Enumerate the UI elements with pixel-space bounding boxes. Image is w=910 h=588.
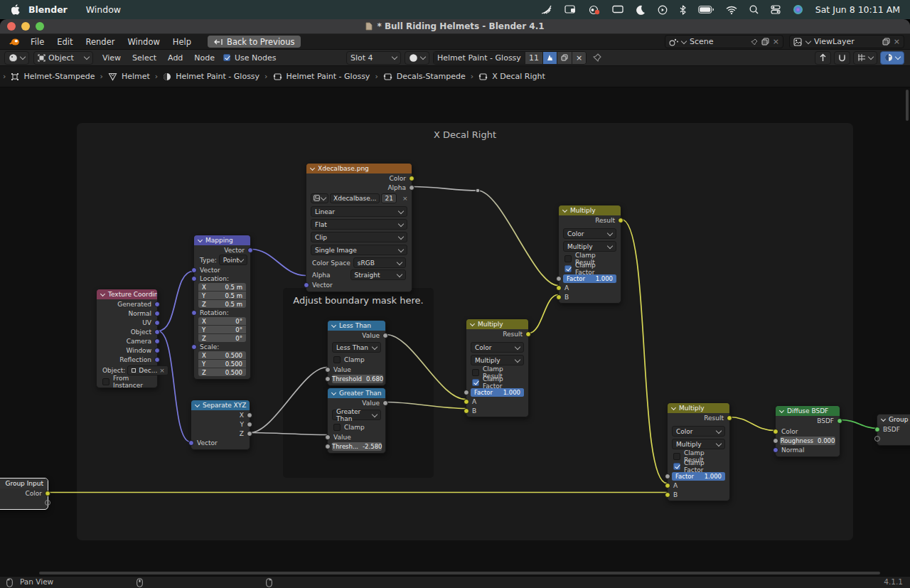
object-picker-field[interactable]: Dec... × [127,365,168,375]
mapping-type-dropdown[interactable]: Point [219,255,247,265]
menu-view[interactable]: View [97,53,127,63]
screen-lock-status-icon[interactable] [564,5,577,14]
minimize-window-button[interactable] [21,22,30,31]
fake-user-toggle[interactable] [543,52,557,64]
interpolation-dropdown[interactable]: Linear [311,206,407,217]
clear-object-button[interactable]: × [159,367,165,374]
rotation-y-field[interactable]: Y0° [198,326,246,333]
menu-window[interactable]: Window [121,37,166,47]
location-y-field[interactable]: Y0.5 m [198,292,246,299]
alpha-mode-dropdown[interactable]: Straight [350,269,406,280]
menu-select[interactable]: Select [127,53,162,63]
play-circle-status-icon[interactable] [658,5,668,15]
socket-alpha-output[interactable] [409,185,414,191]
socket-threshold-input[interactable] [325,376,331,382]
unlink-scene-button[interactable]: × [773,37,779,46]
socket-a-input[interactable] [556,285,562,291]
menu-edit[interactable]: Edit [50,37,79,47]
menu-node[interactable]: Node [188,53,220,63]
clamp-checkbox[interactable] [333,356,341,363]
browse-image-button[interactable] [311,193,328,203]
socket-value-output[interactable] [382,400,388,406]
pin-material-icon[interactable] [593,53,601,62]
socket-camera-output[interactable] [154,338,160,344]
unlink-material-button[interactable]: × [572,52,586,64]
swoosh-status-icon[interactable] [541,5,552,15]
control-center-icon[interactable] [771,5,781,14]
bluetooth-status-icon[interactable] [680,5,686,15]
snap-target-dropdown[interactable] [853,51,877,65]
socket-virtual-output[interactable] [45,500,50,506]
socket-reflection-output[interactable] [154,357,160,363]
socket-vector-input[interactable] [188,440,194,446]
socket-bsdf-output[interactable] [837,418,842,424]
menu-add[interactable]: Add [162,53,188,63]
data-type-dropdown[interactable]: Color [672,426,725,437]
scene-selector[interactable]: Scene × [665,35,783,48]
node-mapping[interactable]: Mapping Vector Type: Point Vector Locati… [193,235,251,380]
node-texture-coordinate[interactable]: Texture Coordinate Generated Normal UV O… [96,289,158,388]
socket-rotation-input[interactable] [191,310,197,316]
app-notification-status-icon[interactable] [589,5,600,15]
rotation-z-field[interactable]: Z0° [198,334,246,342]
socket-roughness-input[interactable] [773,438,778,444]
editor-type-button[interactable] [4,51,29,65]
breadcrumb-material[interactable]: Helmet Paint - Glossy [163,72,259,81]
material-name-field[interactable]: Helmet Paint - Glossy [434,52,525,64]
socket-window-output[interactable] [154,348,160,353]
math-operation-dropdown[interactable]: Less Than [332,342,381,353]
data-type-dropdown[interactable]: Color [563,228,616,239]
breadcrumb-object[interactable]: Helmet-Stampede [11,72,95,81]
scale-z-field[interactable]: Z0.500 [198,368,246,376]
node-header[interactable]: Greater Than [328,388,385,398]
node-separate-xyz[interactable]: Separate XYZ X Y Z Vector [191,400,250,450]
remove-viewlayer-button[interactable]: × [894,37,900,46]
socket-result-output[interactable] [525,331,531,337]
menubar-window-menu[interactable]: Window [86,4,121,15]
material-slot-dropdown[interactable]: Slot 4 [346,51,401,65]
wifi-status-icon[interactable] [726,6,737,14]
menu-help[interactable]: Help [166,37,198,47]
clamp-factor-checkbox[interactable] [472,379,479,386]
extension-dropdown[interactable]: Clip [311,232,407,242]
socket-vector-input[interactable] [191,267,197,273]
scale-x-field[interactable]: X0.500 [198,351,246,359]
node-less-than[interactable]: Less Than Value Less Than Clamp Value Th… [327,320,386,386]
apple-logo-icon[interactable] [11,4,21,15]
socket-location-input[interactable] [191,276,197,282]
socket-z-output[interactable] [247,431,252,437]
socket-b-input[interactable] [464,408,469,414]
socket-color-output[interactable] [45,491,50,496]
socket-virtual-input[interactable] [874,436,880,442]
node-header[interactable]: Multiply [668,403,729,413]
image-users-count[interactable]: 21 [381,193,396,203]
pin-icon[interactable] [751,38,758,46]
browse-material-button[interactable] [405,51,429,65]
image-name-field[interactable]: Xdecalbase... [330,193,380,203]
node-image-texture[interactable]: Xdecalbase.png Color Alpha Xdecalbase...… [306,163,412,292]
node-greater-than[interactable]: Greater Than Value Greater Than Clamp Va… [327,387,386,454]
socket-bsdf-input[interactable] [874,427,880,432]
node-header[interactable]: Group Output [877,415,910,424]
back-to-previous-button[interactable]: Back to Previous [208,36,301,48]
socket-color-output[interactable] [409,176,414,181]
location-x-field[interactable]: X0.5 m [198,283,246,291]
viewlayer-selector[interactable]: ViewLayer × [789,35,904,48]
socket-b-input[interactable] [665,492,670,498]
unlink-image-button[interactable]: × [402,195,408,202]
snapping-magnet-button[interactable] [834,51,850,65]
source-dropdown[interactable]: Single Image [311,245,407,255]
socket-normal-output[interactable] [154,311,160,316]
socket-factor-input[interactable] [464,390,469,395]
node-diffuse-bsdf[interactable]: Diffuse BSDF BSDF Color Roughness0.000 N… [775,405,840,457]
socket-threshold-input[interactable] [325,444,331,449]
socket-scale-input[interactable] [191,344,197,350]
socket-value-input[interactable] [325,367,331,373]
data-type-dropdown[interactable]: Color [471,342,524,353]
node-multiply-color[interactable]: Multiply Result Color Multiply Clamp Res… [667,402,730,501]
clamp-checkbox[interactable] [333,424,341,431]
zoom-window-button[interactable] [36,22,44,31]
clamp-result-checkbox[interactable] [673,453,680,460]
close-window-button[interactable] [7,22,16,31]
spotlight-search-icon[interactable] [749,5,759,14]
